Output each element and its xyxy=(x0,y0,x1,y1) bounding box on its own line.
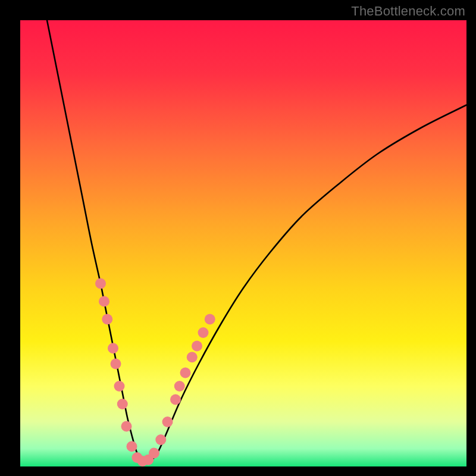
curve-marker xyxy=(99,296,109,307)
chart-svg xyxy=(20,20,466,466)
curve-marker xyxy=(121,421,132,432)
curve-marker xyxy=(127,441,137,452)
gradient-background xyxy=(20,20,466,466)
curve-marker xyxy=(205,314,215,325)
plot-area xyxy=(20,20,466,466)
curve-marker xyxy=(187,352,198,362)
curve-marker xyxy=(155,434,166,445)
curve-marker xyxy=(174,381,185,392)
curve-marker xyxy=(149,448,159,459)
curve-marker xyxy=(198,327,209,338)
curve-marker xyxy=(95,278,106,289)
watermark-text: TheBottleneck.com xyxy=(351,4,465,19)
curve-marker xyxy=(192,341,202,352)
curve-marker xyxy=(102,314,112,325)
curve-marker xyxy=(117,399,128,409)
curve-marker xyxy=(108,343,118,353)
chart-frame: TheBottleneck.com xyxy=(0,0,476,476)
curve-marker xyxy=(111,359,121,369)
curve-marker xyxy=(170,394,181,405)
curve-marker xyxy=(114,381,125,392)
curve-marker xyxy=(162,416,173,427)
curve-marker xyxy=(180,368,191,378)
